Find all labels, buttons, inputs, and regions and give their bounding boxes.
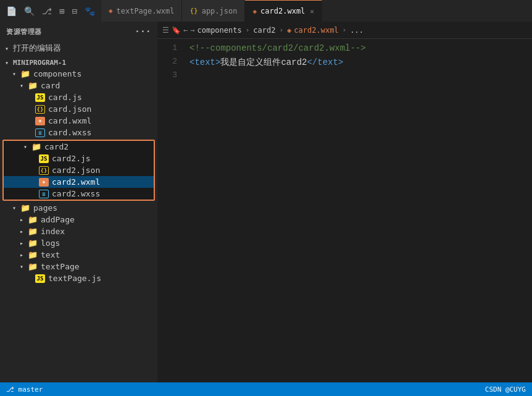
card2-json-file[interactable]: {} card2.json xyxy=(4,164,154,176)
wxss-file-icon: ≡ xyxy=(35,128,45,137)
editor-container: ☰ 🔖 ← → components › card2 › ◈ card2.wxm… xyxy=(157,22,532,382)
js-file-icon: JS xyxy=(35,93,45,102)
editor-content[interactable]: 1 <!--components/card2/card2.wxml--> 2 <… xyxy=(157,39,532,382)
breadcrumb-file-icon: ◈ xyxy=(287,26,291,35)
breadcrumb-more[interactable]: ... xyxy=(350,26,364,35)
sidebar-header-icons: ··· xyxy=(135,27,151,36)
line-content: <text>我是自定义组件card2</text> xyxy=(187,57,532,68)
breadcrumb-card2[interactable]: card2 xyxy=(253,26,275,35)
folder-icon: 📁 xyxy=(20,203,30,213)
extensions-icon[interactable]: ⊟ xyxy=(72,6,77,16)
folder-icon: 📁 xyxy=(28,238,38,248)
more-icon[interactable]: ··· xyxy=(135,27,151,36)
pages-folder[interactable]: 📁 pages xyxy=(0,202,157,214)
file-label: card2.wxml xyxy=(52,177,100,187)
card2-highlight-box: 📁 card2 JS card2.js {} card2.json ◈ card… xyxy=(2,140,155,201)
list-icon[interactable]: ☰ xyxy=(162,26,169,35)
weapp-icon[interactable]: 🐾 xyxy=(85,6,95,16)
json-file-icon: {} xyxy=(39,166,49,175)
file-label: card.wxml xyxy=(48,116,91,125)
tab-label: card2.wxml xyxy=(260,7,305,15)
card2-wxss-file[interactable]: ≡ card2.wxss xyxy=(4,188,154,200)
addPage-folder[interactable]: 📁 addPage xyxy=(0,214,157,225)
tab-label: textPage.wxml xyxy=(117,7,175,15)
sidebar-title: 资源管理器 xyxy=(6,27,42,36)
tabs: ◈ textPage.wxml {} app.json ◈ card2.wxml… xyxy=(101,0,532,22)
folder-icon: 📁 xyxy=(31,142,41,151)
card-wxml-file[interactable]: ◈ card.wxml xyxy=(0,115,157,127)
folder-label: pages xyxy=(33,203,57,213)
json-icon: {} xyxy=(189,7,197,15)
card2-js-file[interactable]: JS card2.js xyxy=(4,153,154,164)
forward-icon[interactable]: → xyxy=(190,26,194,35)
card-folder[interactable]: 📁 card xyxy=(0,80,157,91)
wxml-icon: ◈ xyxy=(252,7,257,15)
file-label: card.js xyxy=(48,93,82,102)
chevron-icon xyxy=(20,228,26,235)
index-folder[interactable]: 📁 index xyxy=(0,225,157,237)
bookmark-icon[interactable]: 🔖 xyxy=(172,26,181,35)
logs-folder[interactable]: 📁 logs xyxy=(0,237,157,249)
status-right: CSDN @CUYG xyxy=(485,385,526,394)
folder-icon: 📁 xyxy=(28,250,38,259)
folder-label: card2 xyxy=(44,142,69,151)
js-file-icon: JS xyxy=(35,274,45,283)
project-label: MINIPROGRAM-1 xyxy=(13,59,66,67)
folder-label: logs xyxy=(41,238,60,248)
breadcrumb-sep: › xyxy=(279,26,283,34)
main-area: 资源管理器 ··· 打开的编辑器 MINIPROGRAM-1 📁 compone… xyxy=(0,22,532,382)
card-js-file[interactable]: JS card.js xyxy=(0,91,157,103)
tab-textPage-wxml[interactable]: ◈ textPage.wxml xyxy=(101,0,183,22)
chevron-icon xyxy=(5,59,11,66)
folder-label: index xyxy=(41,227,65,236)
line-number: 2 xyxy=(157,57,187,66)
line-number: 3 xyxy=(157,70,187,80)
file-label: card2.json xyxy=(52,166,100,175)
card-json-file[interactable]: {} card.json xyxy=(0,103,157,115)
sidebar-tree: 打开的编辑器 MINIPROGRAM-1 📁 components 📁 card xyxy=(0,41,157,382)
file-label: card.wxss xyxy=(48,128,91,137)
tab-card2-wxml[interactable]: ◈ card2.wxml ✕ xyxy=(245,0,322,22)
breadcrumb-filename[interactable]: card2.wxml xyxy=(294,26,338,35)
card2-wxml-file[interactable]: ◈ card2.wxml xyxy=(4,176,154,188)
chevron-icon xyxy=(23,143,30,150)
line-number: 1 xyxy=(157,43,187,53)
breadcrumb-bar: ☰ 🔖 ← → components › card2 › ◈ card2.wxm… xyxy=(157,22,532,39)
card-wxss-file[interactable]: ≡ card.wxss xyxy=(0,127,157,138)
tab-close-button[interactable]: ✕ xyxy=(310,7,314,15)
opened-editors-item[interactable]: 打开的编辑器 xyxy=(0,41,157,55)
js-file-icon: JS xyxy=(39,154,49,163)
textPage-js-file[interactable]: JS textPage.js xyxy=(0,272,157,284)
project-root-item[interactable]: MINIPROGRAM-1 xyxy=(0,57,157,68)
opened-editors-label: 打开的编辑器 xyxy=(13,43,61,54)
breadcrumb-components[interactable]: components xyxy=(197,26,241,35)
file-label: textPage.js xyxy=(48,274,101,283)
search-icon[interactable]: 🔍 xyxy=(24,6,35,16)
components-folder[interactable]: 📁 components xyxy=(0,68,157,80)
tab-label: app.json xyxy=(202,7,238,15)
folder-icon: 📁 xyxy=(28,81,38,90)
tab-app-json[interactable]: {} app.json xyxy=(182,0,245,22)
line-content: <!--components/card2/card2.wxml--> xyxy=(187,43,532,53)
sidebar: 资源管理器 ··· 打开的编辑器 MINIPROGRAM-1 📁 compone… xyxy=(0,22,157,382)
wxss-file-icon: ≡ xyxy=(39,190,49,198)
folder-label: components xyxy=(33,69,81,78)
back-icon[interactable]: ← xyxy=(183,26,188,35)
source-control-icon[interactable]: ⎇ xyxy=(42,6,52,16)
explorer-icon[interactable]: ⊞ xyxy=(59,6,64,16)
sidebar-header: 资源管理器 ··· xyxy=(0,22,157,41)
file-label: card.json xyxy=(48,104,91,114)
code-line-1: 1 <!--components/card2/card2.wxml--> xyxy=(157,43,532,56)
breadcrumb-sep: › xyxy=(343,26,347,34)
chevron-icon xyxy=(20,216,26,223)
chevron-icon xyxy=(20,263,26,270)
folder-icon: 📁 xyxy=(28,215,38,224)
new-file-icon[interactable]: 📄 xyxy=(6,6,17,16)
branch-label[interactable]: ⎇ master xyxy=(6,385,43,394)
card2-folder[interactable]: 📁 card2 xyxy=(4,141,154,153)
title-bar: 📄 🔍 ⎇ ⊞ ⊟ 🐾 ◈ textPage.wxml {} app.json … xyxy=(0,0,532,22)
folder-icon: 📁 xyxy=(28,227,38,236)
text-folder[interactable]: 📁 text xyxy=(0,249,157,261)
title-bar-icons: 📄 🔍 ⎇ ⊞ ⊟ 🐾 xyxy=(0,6,101,16)
textPage-folder[interactable]: 📁 textPage xyxy=(0,261,157,272)
